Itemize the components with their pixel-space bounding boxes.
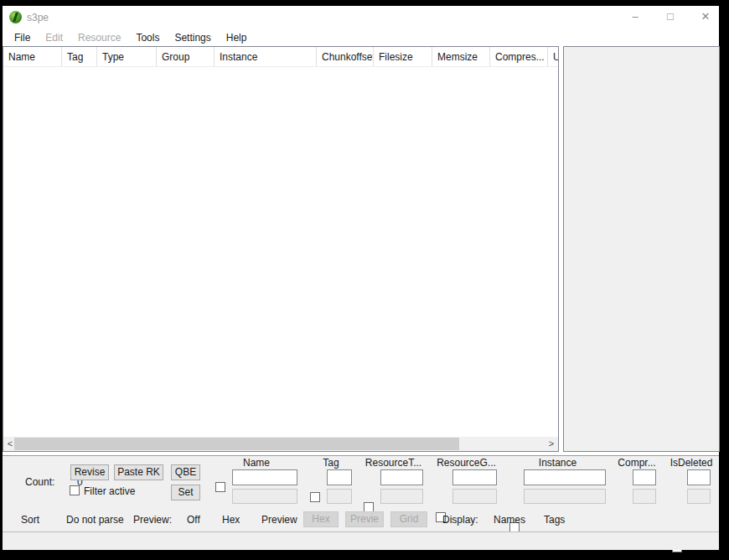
filter-label-resourcetype: ResourceT... — [359, 457, 428, 469]
filter-label-resourcegroup: ResourceG... — [431, 457, 502, 469]
revise-button[interactable]: Revise — [70, 464, 109, 480]
qbe-button[interactable]: QBE — [171, 464, 200, 480]
menu-help[interactable]: Help — [222, 30, 251, 45]
close-icon[interactable]: ✕ — [691, 6, 720, 28]
column-header-instance[interactable]: Instance — [215, 47, 317, 66]
display-names-label: Names — [494, 514, 525, 526]
filter-input-instance[interactable] — [524, 469, 606, 485]
sort-label: Sort — [21, 514, 39, 526]
display-label: Display: — [442, 514, 478, 526]
filter-value-isdeleted — [687, 489, 711, 504]
title-bar: s3pe – □ ✕ — [3, 6, 719, 29]
preview-button: Previe — [345, 511, 384, 527]
filter-value-name — [232, 489, 297, 504]
filter-label-name: Name — [210, 457, 302, 469]
filter-label-compressed: Compr... — [613, 457, 661, 469]
menu-resource: Resource — [74, 30, 125, 45]
filter-input-isdeleted[interactable] — [687, 469, 711, 485]
filter-label-instance: Instance — [504, 457, 611, 469]
scrollbar-thumb[interactable] — [14, 438, 459, 450]
filter-active-label: Filter active — [84, 485, 135, 497]
filter-value-instance — [524, 489, 606, 504]
filter-checkbox-name[interactable] — [215, 482, 225, 492]
paste-rk-button[interactable]: Paste RK — [114, 464, 163, 480]
display-tags-label: Tags — [544, 514, 565, 526]
maximize-icon[interactable]: □ — [656, 6, 685, 28]
menu-bar: File Edit Resource Tools Settings Help — [3, 29, 719, 46]
table-header-row: Name Tag Type Group Instance Chunkoffset… — [3, 47, 558, 67]
column-header-group[interactable]: Group — [157, 47, 215, 66]
column-header-name[interactable]: Name — [3, 47, 62, 66]
scroll-right-icon[interactable]: > — [545, 437, 558, 451]
preview-off-label: Off — [187, 514, 200, 526]
do-not-parse-label: Do not parse — [66, 514, 124, 526]
filter-input-tag[interactable] — [327, 469, 352, 485]
s3pe-app-icon — [9, 11, 22, 23]
column-header-type[interactable]: Type — [97, 47, 157, 66]
preview-mode-label: Preview: — [133, 514, 172, 526]
minimize-icon[interactable]: – — [621, 6, 649, 28]
column-header-unc[interactable]: U — [548, 47, 558, 66]
filter-active-checkbox[interactable] — [70, 485, 80, 495]
menu-settings[interactable]: Settings — [170, 30, 215, 45]
hex-button: Hex — [303, 511, 339, 527]
menu-tools[interactable]: Tools — [132, 30, 163, 45]
menu-file[interactable]: File — [10, 30, 34, 45]
column-header-chunkoffset[interactable]: Chunkoffset — [317, 47, 374, 66]
filter-value-resourcegroup — [452, 489, 497, 504]
filter-input-name[interactable] — [232, 469, 297, 485]
count-label: Count: — [25, 476, 54, 488]
filter-checkbox-tag[interactable] — [310, 492, 320, 502]
column-header-filesize[interactable]: Filesize — [374, 47, 432, 66]
filter-input-resourcetype[interactable] — [380, 469, 423, 485]
app-window: s3pe – □ ✕ File Edit Resource Tools Sett… — [3, 6, 719, 550]
preview-hex-label: Hex — [222, 514, 240, 526]
status-bar — [3, 531, 719, 550]
preview-panel — [563, 46, 720, 452]
resource-list-empty — [3, 67, 558, 415]
column-header-compressed[interactable]: Compres... — [490, 47, 548, 66]
window-title: s3pe — [27, 12, 49, 23]
set-button[interactable]: Set — [171, 485, 200, 500]
column-header-memsize[interactable]: Memsize — [432, 47, 490, 66]
filter-label-isdeleted: IsDeleted — [667, 457, 716, 469]
column-header-tag[interactable]: Tag — [62, 47, 97, 66]
filter-value-compressed — [633, 489, 656, 504]
control-panel: Count: 0 Revise Paste RK QBE Filter acti… — [3, 455, 719, 531]
grid-button: Grid — [390, 511, 427, 527]
filter-value-resourcetype — [380, 489, 423, 504]
filter-label-tag: Tag — [305, 457, 357, 469]
filter-input-resourcegroup[interactable] — [452, 469, 497, 485]
preview-preview-label: Preview — [261, 514, 297, 526]
menu-edit: Edit — [41, 30, 67, 45]
resource-table: Name Tag Type Group Instance Chunkoffset… — [3, 46, 559, 452]
filter-input-compressed[interactable] — [633, 469, 656, 485]
filter-value-tag — [327, 489, 352, 504]
horizontal-scrollbar[interactable]: < > — [3, 437, 558, 451]
